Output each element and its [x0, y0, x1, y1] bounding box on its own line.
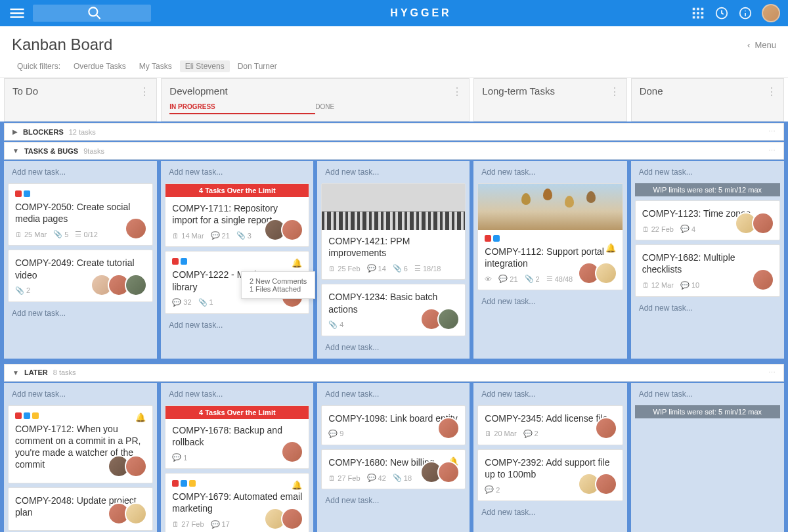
card[interactable]: COMPY-1098: Link board entity 💬 9 [321, 405, 466, 445]
comment-icon: 💬 2 [485, 485, 500, 494]
column-more-icon[interactable]: ⋮ [609, 85, 620, 98]
swimlane-tasksbugs[interactable]: ▼ TASKS & BUGS 9tasks ⋯ [4, 142, 784, 160]
hamburger-icon[interactable] [8, 4, 26, 22]
column-more-icon[interactable]: ⋮ [452, 85, 462, 98]
filter-overdue[interactable]: Overdue Tasks [68, 60, 131, 72]
add-task-button[interactable]: Add new task... [321, 165, 466, 179]
label-blue [24, 190, 30, 197]
card[interactable]: 🔔 COMPY-1712: When you comment on a comm… [8, 405, 153, 483]
filter-mytasks[interactable]: My Tasks [134, 60, 177, 72]
attachment-icon: 📎 2 [525, 275, 540, 283]
column-development: Development⋮ IN PROGRESS DONE [161, 78, 470, 122]
card[interactable]: 4 Tasks Over the Limit COMPY-1678: Backu… [165, 405, 309, 469]
swimlane-blockers[interactable]: ▶ BLOCKERS 12 tasks ⋯ [4, 123, 784, 141]
add-task-button[interactable]: Add new task... [165, 318, 309, 332]
avatar [281, 508, 303, 530]
add-task-button[interactable]: Add new task... [477, 294, 623, 309]
avatar [437, 461, 460, 483]
lane-todo: Add new task... 🔔 COMPY-1712: When you c… [4, 383, 157, 532]
card[interactable]: COMPY-1123: Time zones 🗓 22 Feb 💬 4 [635, 200, 780, 240]
attachment-icon: 📎 18 [393, 474, 412, 482]
card[interactable]: COMPY-2048: Update project plan [8, 487, 153, 531]
label-red [15, 190, 22, 197]
comment-icon: 💬 9 [328, 430, 343, 438]
card[interactable]: 🔔 COMPY-1679: Automated email marketing … [165, 473, 309, 532]
bell-icon: 🔔 [292, 480, 302, 490]
add-task-button[interactable]: Add new task... [8, 387, 153, 401]
limit-banner: 4 Tasks Over the Limit [165, 406, 309, 419]
chevron-down-icon: ▼ [12, 369, 19, 376]
add-task-button[interactable]: Add new task... [8, 165, 153, 179]
comment-icon: 💬 21 [211, 231, 230, 240]
calendar-icon: 🗓 27 Feb [172, 520, 204, 528]
card[interactable]: COMPY-1421: PPM improvements 🗓 25 Feb 💬 … [321, 183, 466, 280]
avatar [125, 502, 147, 525]
svg-rect-2 [697, 8, 699, 11]
svg-rect-7 [693, 16, 695, 19]
svg-rect-1 [693, 8, 695, 11]
column-more-icon[interactable]: ⋮ [139, 85, 150, 98]
add-task-button[interactable]: Add new task... [165, 165, 309, 179]
search-input[interactable] [33, 5, 151, 22]
label-blue [181, 258, 187, 265]
card[interactable]: COMPY-1682: Multiple checklists 🗓 12 Mar… [635, 244, 780, 296]
add-task-button[interactable]: Add new task... [477, 505, 623, 520]
add-task-button[interactable]: Add new task... [635, 165, 780, 179]
swimlane-later[interactable]: ▼ LATER 8 tasks ⋯ [4, 364, 784, 382]
lane-devdone: Add new task... COMPY-1421: PPM improvem… [317, 161, 470, 359]
svg-rect-4 [693, 12, 695, 14]
avatar [281, 441, 303, 463]
lane-devdone: Add new task... COMPY-1098: Link board e… [317, 383, 470, 532]
comment-icon: 💬 10 [680, 281, 699, 290]
filter-eli[interactable]: Eli Stevens [180, 60, 230, 72]
card[interactable]: COMPY-2345: Add license file 🗓 20 Mar 💬 … [477, 405, 623, 445]
add-task-button[interactable]: Add new task... [165, 387, 309, 401]
topbar: HYGGER [0, 0, 788, 26]
apps-icon[interactable] [691, 6, 705, 20]
card[interactable]: 🔔 COMPY-1680: New billing 🗓 27 Feb 💬 42 … [321, 449, 466, 489]
board-header: Kanban Board ‹ Menu Quick filters: Overd… [0, 26, 788, 78]
calendar-icon: 🗓 12 Mar [642, 281, 674, 289]
avatar [752, 269, 774, 291]
info-icon[interactable] [738, 6, 753, 20]
attachment-icon: 📎 6 [393, 264, 408, 273]
label-blue [181, 480, 187, 487]
add-task-button[interactable]: Add new task... [8, 306, 153, 321]
card-image [478, 184, 622, 230]
card[interactable]: 🔔 COMPY-1222 - Mashups JS library 💬 32 📎… [165, 251, 309, 313]
card[interactable]: COMPY-1234: Basic batch actions 📎 4 [321, 284, 466, 336]
filter-don[interactable]: Don Turner [232, 60, 282, 72]
column-done: Done⋮ [631, 78, 784, 122]
svg-rect-6 [701, 12, 704, 14]
add-task-button[interactable]: Add new task... [477, 387, 623, 401]
add-task-button[interactable]: Add new task... [635, 301, 780, 315]
subtab-inprogress[interactable]: IN PROGRESS [169, 100, 315, 114]
card[interactable]: COMPY-2050: Create social media pages 🗓 … [8, 183, 153, 246]
card[interactable]: COMPY-2392: Add support file up to 100mb… [477, 449, 623, 501]
filters-label: Quick filters: [12, 60, 66, 72]
card[interactable]: 4 Tasks Over the Limit COMPY-1711: Repos… [165, 183, 309, 247]
card[interactable]: COMPY-2049: Create tutorial video 📎 2 [8, 250, 153, 301]
board-title: Kanban Board [12, 35, 112, 54]
tasksbugs-row: Add new task... COMPY-2050: Create socia… [0, 160, 788, 363]
avatar [437, 417, 460, 439]
user-avatar[interactable] [762, 4, 780, 22]
column-more-icon[interactable]: ⋮ [766, 85, 777, 98]
add-task-button[interactable]: Add new task... [321, 387, 466, 401]
avatar [125, 217, 147, 240]
add-task-button[interactable]: Add new task... [635, 387, 780, 401]
card[interactable]: 🔔 COMPY-1112: Support portal integration… [477, 183, 623, 290]
add-task-button[interactable]: Add new task... [321, 493, 466, 508]
add-task-button[interactable]: Add new task... [477, 165, 623, 179]
more-icon[interactable]: ⋯ [768, 368, 776, 377]
attachment-icon: 📎 5 [53, 230, 68, 238]
more-icon[interactable]: ⋯ [768, 146, 776, 155]
avatar [752, 212, 774, 234]
subtab-done[interactable]: DONE [315, 100, 461, 114]
more-icon[interactable]: ⋯ [768, 127, 776, 136]
clock-icon[interactable] [714, 6, 729, 20]
calendar-icon: 🗓 27 Feb [328, 474, 360, 482]
lane-inprogress: Add new task... 4 Tasks Over the Limit C… [161, 161, 313, 359]
add-task-button[interactable]: Add new task... [321, 340, 466, 355]
menu-link[interactable]: ‹ Menu [747, 40, 776, 50]
